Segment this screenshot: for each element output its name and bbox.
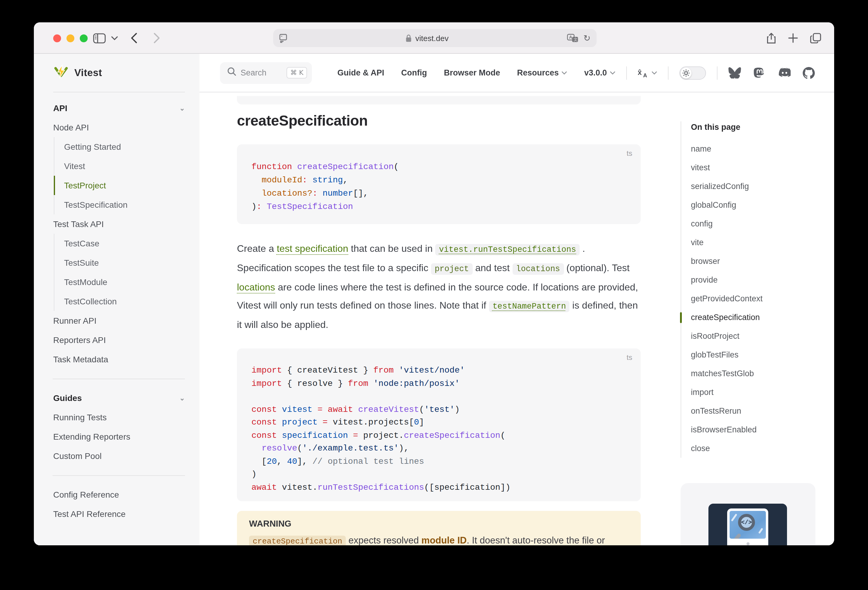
outline-item-provide[interactable]: provide [691,271,816,289]
sidebar-section-guides[interactable]: Guides⌄ [53,388,185,408]
new-tab-icon[interactable] [788,22,798,54]
code-line: locations?: number[], [251,187,626,200]
minimize-window-button[interactable] [66,34,74,42]
search-icon [227,67,236,78]
github-icon[interactable] [803,67,815,79]
nav-link-guide-api[interactable]: Guide & API [337,68,384,77]
divider [668,66,669,79]
back-icon[interactable] [131,22,137,54]
chevron-down-icon [652,71,657,75]
sidebar-item-testcollection[interactable]: TestCollection [64,292,185,311]
sidebar-item-testmodule[interactable]: TestModule [64,272,185,292]
sidebar-section-api[interactable]: API⌄ [53,99,185,118]
outline-item-import[interactable]: import [691,383,816,402]
logo[interactable]: Vitest [53,54,185,93]
url-text: vitest.dev [415,34,449,43]
body-text: (optional). Test [564,263,630,273]
inline-link[interactable]: test specification [277,243,348,254]
warning-title: WARNING [249,518,629,529]
inline-link[interactable]: module ID [421,535,466,545]
share-icon[interactable] [766,22,776,54]
nav-dropdown-v3-0-0[interactable]: v3.0.0 [584,68,616,77]
outline-item-globtestfiles[interactable]: globTestFiles [691,346,816,364]
code-line: function createSpecification( [251,160,626,173]
sidebar-item-custom-pool[interactable]: Custom Pool [53,446,185,466]
sidebar-item-extending-reporters[interactable]: Extending Reporters [53,427,185,446]
chevron-down-icon[interactable] [111,22,118,54]
theme-toggle[interactable] [679,66,706,79]
close-window-button[interactable] [53,34,61,42]
chevron-down-icon: ⌄ [180,394,185,402]
sponsor-card[interactable]: </> [681,483,815,545]
brand-name: Vitest [74,67,102,78]
code-line: ) [251,468,626,481]
outline-item-vitest[interactable]: vitest [691,158,816,177]
search-input[interactable]: Search ⌘ K [220,62,312,84]
outline-item-globalconfig[interactable]: globalConfig [691,196,816,214]
language-icon[interactable]: x̂A [638,68,657,78]
sidebar-item-testspecification[interactable]: TestSpecification [64,195,185,214]
divider [626,66,627,79]
page-title: createSpecification [237,112,641,130]
sidebar-item-node-api[interactable]: Node API [53,118,185,137]
nav-link-config[interactable]: Config [401,68,427,77]
code-block-signature[interactable]: tsfunction createSpecification( moduleId… [237,144,641,224]
outline-item-close[interactable]: close [691,439,816,458]
nav-dropdown-resources[interactable]: Resources [517,68,567,77]
sidebar-item-running-tests[interactable]: Running Tests [53,408,185,427]
sidebar-toggle-icon[interactable] [93,22,106,54]
browser-toolbar: vitest.dev A文 ↻ [34,22,834,54]
outline-item-ontestsrerun[interactable]: onTestsRerun [691,402,816,420]
document: createSpecification tsfunction createSpe… [237,96,641,545]
outline-item-vite[interactable]: vite [691,233,816,252]
outline-item-getprovidedcontext[interactable]: getProvidedContext [691,289,816,308]
sidebar-item-runner-api[interactable]: Runner API [53,311,185,330]
code-block-example[interactable]: tsimport { createVitest } from 'vitest/n… [237,349,641,501]
inline-code-link[interactable]: testNamePattern [489,301,570,312]
svg-text:x̂: x̂ [638,68,642,76]
outline-item-name[interactable]: name [691,140,816,158]
tabs-overview-icon[interactable] [810,22,821,54]
outline-item-browser[interactable]: browser [691,252,816,271]
outline-item-isbrowserenabled[interactable]: isBrowserEnabled [691,420,816,439]
sun-icon [681,67,691,78]
inline-link[interactable]: locations [237,282,275,292]
sidebar-item-testsuite[interactable]: TestSuite [64,253,185,272]
sidebar-item-vitest[interactable]: Vitest [64,156,185,176]
code-line: import { resolve } from 'node:path/posix… [251,377,626,390]
zoom-window-button[interactable] [80,34,88,42]
outline-item-matchestestglob[interactable]: matchesTestGlob [691,364,816,383]
sidebar-item-reporters-api[interactable]: Reporters API [53,330,185,350]
code-line: const vitest = await createVitest('test'… [251,403,626,416]
nav-link-browser-mode[interactable]: Browser Mode [444,68,500,77]
inline-code: locations [512,263,564,275]
on-this-page-title: On this page [691,121,816,134]
monitor-illustration: </> [727,509,768,545]
code-line: [20, 40], // optional test lines [251,455,626,468]
outline-item-isrootproject[interactable]: isRootProject [691,327,816,346]
outline-item-config[interactable]: config [691,214,816,233]
sidebar-item-config-reference[interactable]: Config Reference [53,485,185,504]
sidebar-item-test-task-api[interactable]: Test Task API [53,214,185,234]
outline-item-serializedconfig[interactable]: serializedConfig [691,177,816,196]
mastodon-icon[interactable] [753,66,765,79]
sidebar-item-testcase[interactable]: TestCase [64,234,185,253]
sidebar-item-getting-started[interactable]: Getting Started [64,137,185,156]
sidebar-item-test-api-reference[interactable]: Test API Reference [53,504,185,524]
inline-code-link[interactable]: vitest.runTestSpecifications [435,244,580,256]
body-text: and test [473,263,512,273]
discord-icon[interactable] [777,68,791,78]
outline-item-createspecification[interactable]: createSpecification [691,308,816,327]
code-line: moduleId: string, [251,173,626,187]
sidebar-item-task-metadata[interactable]: Task Metadata [53,350,185,369]
reader-icon[interactable] [279,34,287,43]
reload-icon[interactable]: ↻ [584,33,590,43]
translate-badge-icon[interactable]: A文 [567,34,579,43]
lock-icon [406,34,412,42]
screen: vitest.dev A文 ↻ [0,0,868,590]
address-bar[interactable]: vitest.dev A文 ↻ [273,29,596,47]
bluesky-icon[interactable] [728,67,741,78]
warning-text: expects resolved [346,535,421,545]
code-line: await vitest.runTestSpecifications([spec… [251,481,626,494]
sidebar-item-testproject[interactable]: TestProject [53,176,185,195]
